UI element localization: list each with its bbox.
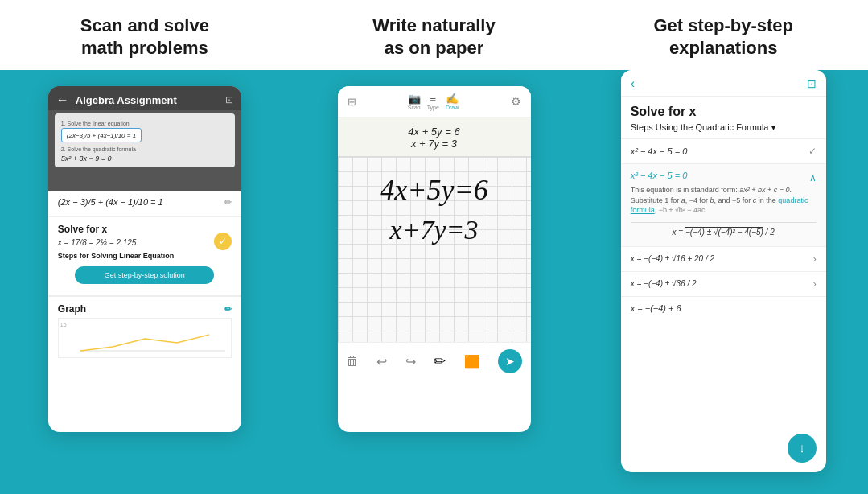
phone2-toolbar: ⊞ 📷 Scan ≡ Type ✍ Draw: [338, 86, 531, 117]
panel-scan-body: ← Algebra Assignment ⊡ 1. Solve the line…: [0, 70, 290, 494]
equation-card: ✏ (2x − 3)/5 + (4x − 1)/10 = 1: [48, 191, 241, 217]
panel-steps-body: ‹ ⊡ Solve for x Steps Using the Quadrati…: [578, 70, 868, 494]
grid-icon: ⊞: [348, 96, 356, 108]
step-by-step-button[interactable]: Get step-by-step solution: [75, 266, 214, 284]
task2-label: 2. Solve the quadratic formula: [61, 146, 228, 152]
x-solution: x = 17/8 = 2⅛ = 2.125: [58, 238, 232, 247]
assignment-content: 1. Solve the linear equation (2x−3)/5 + …: [55, 113, 235, 167]
type-icon: ≡: [427, 93, 439, 105]
panel-steps: Get step-by-stepexplanations ‹ ⊡ Solve f…: [578, 0, 868, 494]
panel-steps-header: Get step-by-stepexplanations: [578, 0, 868, 70]
dropdown-icon[interactable]: ▾: [771, 123, 775, 132]
step-4-row[interactable]: x = −(−4) ± √36 / 2 ›: [621, 271, 826, 296]
step3-eq: x = −(−4) ± √16 + 20 / 2: [631, 254, 714, 263]
step1-eq: x² − 4x − 5 = 0: [631, 146, 688, 156]
type-label: Type: [427, 105, 439, 110]
back-icon[interactable]: ←: [56, 93, 69, 107]
display-area: 4x + 5y = 6 x + 7y = 3: [338, 117, 531, 157]
card-equation: (2x − 3)/5 + (4x − 1)/10 = 1: [58, 197, 232, 207]
main-container: Scan and solvemath problems ← Algebra As…: [0, 0, 868, 494]
scan-tool[interactable]: 📷 Scan: [408, 93, 421, 110]
camera-icon: 📷: [408, 93, 421, 105]
panel-scan-header: Scan and solvemath problems: [0, 0, 290, 70]
scan-label: Scan: [408, 105, 421, 110]
solve-for-x-label: Solve for x: [58, 224, 232, 235]
solve-card: Solve for x x = 17/8 = 2⅛ = 2.125 ✓ Step…: [48, 217, 241, 296]
step2-desc: This equation is in standard form: ax² +…: [631, 185, 817, 216]
step2-formula-line: x = −(−4) ± √(−4)² − 4(−5) / 2: [631, 222, 817, 237]
step1-chevron: ✓: [808, 146, 817, 157]
draw-icon: ✍: [446, 93, 459, 105]
pencil-tool[interactable]: ✏: [434, 352, 446, 370]
phone-write: ⊞ 📷 Scan ≡ Type ✍ Draw: [338, 86, 531, 432]
step2-eq: x² − 4x − 5 = 0: [631, 171, 688, 180]
step-5-row[interactable]: x = −(−4) + 6: [621, 296, 826, 319]
toolbar-icons: 📷 Scan ≡ Type ✍ Draw: [408, 93, 459, 110]
send-button[interactable]: ➤: [498, 349, 522, 373]
back-blue-icon[interactable]: ‹: [631, 76, 635, 91]
graph-title-row: Graph ✏: [58, 303, 232, 315]
panel-write-body: ⊞ 📷 Scan ≡ Type ✍ Draw: [290, 70, 579, 494]
step4-eq: x = −(−4) ± √36 / 2: [631, 279, 697, 288]
panel-write: Write naturallyas on paper ⊞ 📷 Scan ≡ Ty…: [290, 0, 579, 494]
solve-for-x-title: Solve for x: [621, 97, 826, 122]
draw-tool[interactable]: ✍ Draw: [446, 93, 459, 110]
graph-section: Graph ✏ 15: [48, 296, 241, 361]
display-eq2: x + 7y = 3: [344, 138, 525, 150]
chevron-up-icon[interactable]: ∧: [809, 172, 817, 183]
step-2-expanded: x² − 4x − 5 = 0 ∧ This equation is in st…: [621, 163, 826, 246]
undo-icon[interactable]: ↩: [376, 354, 387, 369]
graph-label: Graph: [58, 303, 86, 315]
panel-scan: Scan and solvemath problems ← Algebra As…: [0, 0, 290, 494]
graph-area: 15: [58, 318, 232, 358]
phone3-icon: ⊡: [807, 77, 817, 90]
phone-topbar: ← Algebra Assignment ⊡: [48, 86, 241, 110]
display-eq1: 4x + 5y = 6: [344, 126, 525, 138]
step-1-row[interactable]: x² − 4x − 5 = 0 ✓: [621, 138, 826, 163]
assignment-title: Algebra Assignment: [76, 94, 225, 106]
quadratic-eq: 5x² + 3x − 9 = 0: [61, 154, 228, 163]
equation-text: (2x−3)/5 + (4x−1)/10 = 1: [67, 132, 136, 139]
steps-using-label: Steps Using the Quadratic Formula: [631, 122, 769, 132]
check-circle: ✓: [214, 233, 232, 250]
graph-pencil-icon[interactable]: ✏: [224, 304, 232, 315]
phone3-topbar: ‹ ⊡: [621, 70, 826, 97]
phone-steps: ‹ ⊡ Solve for x Steps Using the Quadrati…: [621, 70, 826, 472]
eq-box: (2x−3)/5 + (4x−1)/10 = 1: [61, 128, 142, 142]
step3-chevron: ›: [813, 253, 817, 265]
doc-icon: ⊡: [225, 94, 233, 105]
step-3-row[interactable]: x = −(−4) ± √16 + 20 / 2 ›: [621, 246, 826, 271]
redo-icon[interactable]: ↪: [405, 354, 416, 369]
assignment-bg: ← Algebra Assignment ⊡ 1. Solve the line…: [48, 86, 241, 191]
phone2-bottom-toolbar: 🗑 ↩ ↪ ✏ 🟧 ➤: [338, 342, 531, 380]
edit-icon[interactable]: ✏: [224, 197, 232, 208]
step4-chevron: ›: [813, 278, 817, 290]
steps-label: Steps for Solving Linear Equation: [58, 252, 232, 260]
handwriting-canvas[interactable]: 4x+5y=6 x+7y=3: [338, 157, 531, 342]
eraser-tool[interactable]: 🟧: [464, 354, 480, 369]
trash-icon[interactable]: 🗑: [346, 354, 359, 368]
type-tool[interactable]: ≡ Type: [427, 93, 439, 110]
step5-eq: x = −(−4) + 6: [631, 303, 681, 313]
task1-label: 1. Solve the linear equation: [61, 121, 228, 126]
handwritten-equations: 4x+5y=6 x+7y=3: [354, 173, 515, 245]
steps-dropdown-row: Steps Using the Quadratic Formula ▾: [621, 122, 826, 138]
settings-icon[interactable]: ⚙: [511, 95, 521, 108]
hw-eq1: 4x+5y=6: [354, 173, 515, 207]
draw-label: Draw: [446, 105, 459, 110]
phone-scan: ← Algebra Assignment ⊡ 1. Solve the line…: [48, 86, 241, 432]
panel-write-header: Write naturallyas on paper: [290, 0, 579, 70]
graph-svg: [59, 319, 231, 358]
y-axis-label: 15: [60, 322, 67, 327]
hw-eq2: x+7y=3: [354, 215, 515, 245]
fab-down-button[interactable]: ↓: [788, 434, 817, 463]
